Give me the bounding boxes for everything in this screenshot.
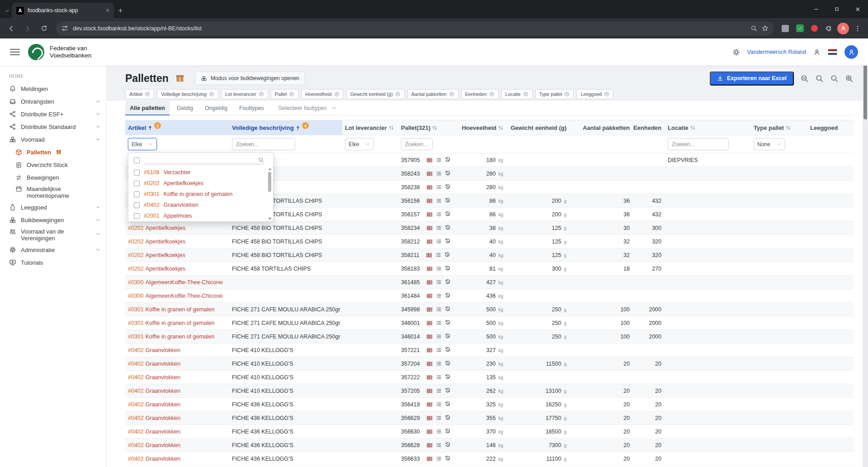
history-icon[interactable] bbox=[445, 361, 451, 367]
barcode-icon[interactable] bbox=[426, 374, 433, 381]
column-header-lot[interactable]: Lot leverancier bbox=[342, 120, 398, 135]
column-header-eenheden[interactable]: Eenheden bbox=[633, 120, 665, 135]
sidebar-item-distributie-esf[interactable]: Distributie ESF+ bbox=[0, 108, 106, 120]
barcode-icon[interactable] bbox=[426, 361, 433, 367]
details-list-icon[interactable] bbox=[436, 279, 442, 285]
history-icon[interactable] bbox=[445, 184, 451, 190]
browser-tab[interactable]: A foodbanks-stock-app bbox=[12, 3, 114, 18]
sidebar-item-bewegingen[interactable]: Bewegingen bbox=[0, 171, 106, 184]
details-list-icon[interactable] bbox=[436, 211, 442, 217]
bookmark-star-icon[interactable] bbox=[762, 25, 769, 32]
filter-chip[interactable]: Volledige beschrijving bbox=[157, 89, 218, 99]
barcode-icon[interactable] bbox=[426, 198, 433, 204]
history-icon[interactable] bbox=[445, 171, 451, 176]
details-list-icon[interactable] bbox=[436, 361, 442, 367]
column-header-aantal[interactable]: Aantal pakketten bbox=[570, 120, 633, 135]
barcode-icon[interactable] bbox=[426, 279, 433, 286]
site-settings-icon[interactable] bbox=[61, 25, 68, 32]
history-icon[interactable] bbox=[445, 293, 451, 299]
table-row[interactable]: #0402Graanvlokken FICHE 410 KELLOGG'S 35… bbox=[125, 343, 854, 357]
remove-chip-icon[interactable] bbox=[289, 91, 294, 97]
back-icon[interactable] bbox=[5, 22, 18, 35]
extensions-puzzle-icon[interactable] bbox=[823, 23, 835, 34]
search-lens-icon[interactable] bbox=[750, 25, 757, 32]
barcode-icon[interactable] bbox=[426, 320, 433, 326]
table-row[interactable]: #0301Koffie in granen of gemalen FICHE 2… bbox=[125, 330, 854, 343]
remove-chip-icon[interactable] bbox=[209, 91, 214, 97]
history-icon[interactable] bbox=[445, 211, 451, 217]
history-icon[interactable] bbox=[444, 252, 450, 258]
sidebar-item-overzicht-stock[interactable]: Overzicht Stock bbox=[0, 158, 106, 171]
sidebar-item-voorraad-verenigingen[interactable]: Voorraad van de Verenigingen bbox=[0, 226, 106, 243]
window-close-button[interactable] bbox=[847, 0, 868, 18]
barcode-icon[interactable] bbox=[426, 347, 433, 353]
barcode-icon[interactable] bbox=[426, 456, 433, 462]
details-list-icon[interactable] bbox=[436, 293, 442, 299]
browser-profile-avatar[interactable] bbox=[837, 23, 849, 34]
export-excel-button[interactable]: Exporteren naar Excel bbox=[710, 71, 794, 86]
filter-chip[interactable]: Locatie bbox=[501, 89, 533, 99]
table-row[interactable]: #0402Graanvlokken FICHE 436 KELLOGG'S 35… bbox=[125, 411, 854, 425]
details-list-icon[interactable] bbox=[436, 184, 442, 190]
column-header-pallet[interactable]: Pallet(321) bbox=[398, 120, 457, 135]
barcode-icon[interactable] bbox=[426, 429, 433, 435]
tab-close-icon[interactable] bbox=[105, 8, 110, 13]
barcode-icon[interactable] bbox=[426, 306, 433, 313]
details-list-icon[interactable] bbox=[436, 388, 442, 394]
details-list-icon[interactable] bbox=[436, 157, 442, 163]
filter-chip[interactable]: Pallet bbox=[271, 89, 298, 99]
scroll-down-icon[interactable] bbox=[268, 218, 272, 220]
history-icon[interactable] bbox=[445, 238, 451, 244]
table-row[interactable]: #0402Graanvlokken FICHE 410 KELLOGG'S 35… bbox=[125, 384, 854, 398]
artikel-filter-select[interactable]: Elke bbox=[128, 138, 157, 150]
remove-chip-icon[interactable] bbox=[259, 91, 264, 97]
history-icon[interactable] bbox=[445, 456, 451, 462]
barcode-icon[interactable] bbox=[426, 266, 433, 272]
filter-chip[interactable]: Aantal pakketten bbox=[407, 89, 458, 99]
details-list-icon[interactable] bbox=[436, 334, 442, 339]
details-list-icon[interactable] bbox=[436, 306, 442, 312]
barcode-icon[interactable] bbox=[426, 442, 433, 448]
barcode-icon[interactable] bbox=[426, 293, 433, 299]
table-row[interactable]: #0402Graanvlokken FICHE 436 KELLOGG'S 35… bbox=[125, 398, 854, 411]
beschrijving-filter-input[interactable] bbox=[232, 138, 295, 150]
user-name[interactable]: Vandermeersch Roland bbox=[747, 49, 806, 55]
select-all-checkbox[interactable] bbox=[134, 157, 140, 163]
table-row[interactable]: #0402Graanvlokken FICHE 436 KELLOGG'S 35… bbox=[125, 438, 854, 452]
bulk-mode-button[interactable]: Modus voor bulkbewegingen openen bbox=[195, 71, 305, 85]
table-row[interactable]: #0402Graanvlokken FICHE 410 KELLOGG'S 35… bbox=[125, 357, 854, 371]
scrollbar-thumb[interactable] bbox=[268, 172, 271, 192]
remove-chip-icon[interactable] bbox=[489, 91, 495, 97]
filter-chip[interactable]: Artikel bbox=[125, 89, 154, 99]
artikel-option[interactable]: #5106 Verzachter bbox=[128, 167, 273, 178]
tab-ongeldig[interactable]: Ongeldig bbox=[200, 101, 232, 115]
remove-chip-icon[interactable] bbox=[604, 91, 609, 97]
history-icon[interactable] bbox=[445, 388, 451, 394]
option-checkbox[interactable] bbox=[134, 170, 140, 176]
hamburger-menu-icon[interactable] bbox=[10, 49, 20, 55]
sidebar-item-palletten[interactable]: Palletten bbox=[0, 146, 106, 158]
column-header-leeggoed[interactable]: Leeggoed bbox=[807, 120, 844, 135]
history-icon[interactable] bbox=[445, 415, 451, 421]
history-icon[interactable] bbox=[445, 157, 451, 163]
scroll-up-icon[interactable] bbox=[268, 168, 272, 170]
view-search-icon[interactable] bbox=[815, 74, 824, 83]
extension-icon-3[interactable] bbox=[808, 23, 820, 34]
history-icon[interactable] bbox=[445, 306, 451, 312]
option-checkbox[interactable] bbox=[134, 191, 140, 197]
filter-chip[interactable]: Hoeveelheid bbox=[301, 89, 343, 99]
table-row[interactable]: #0402Graanvlokken FICHE 410 KELLOGG'S 35… bbox=[125, 371, 854, 384]
option-checkbox[interactable] bbox=[134, 181, 140, 186]
history-icon[interactable] bbox=[445, 442, 451, 448]
barcode-icon[interactable] bbox=[426, 238, 433, 245]
fouttypes-select[interactable]: Selecteer fouttypes bbox=[278, 105, 337, 111]
page-scrollbar[interactable] bbox=[863, 38, 868, 467]
details-list-icon[interactable] bbox=[436, 266, 442, 272]
details-list-icon[interactable] bbox=[436, 456, 442, 462]
barcode-icon[interactable] bbox=[426, 334, 433, 340]
remove-chip-icon[interactable] bbox=[145, 91, 150, 97]
filter-chip[interactable]: Leeggoed bbox=[576, 89, 613, 99]
column-header-hoeveelheid[interactable]: Hoeveelheid bbox=[457, 120, 507, 135]
history-icon[interactable] bbox=[445, 429, 451, 434]
sidebar-item-leeggoed[interactable]: Leeggoed bbox=[0, 201, 106, 214]
